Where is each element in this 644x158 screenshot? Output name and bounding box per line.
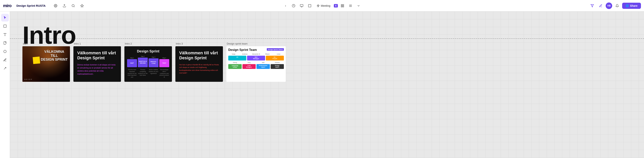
cards-row: start VÄLKOMNATILLDESIGN SPRINT NEXER In… [22, 42, 286, 82]
topbar-center: › Meeting 4 [282, 2, 362, 9]
globe-icon: 🌐 [626, 4, 629, 7]
filter-button[interactable] [589, 2, 596, 9]
card-group-intro2: Intro 2 Design Sprint Day 1 MAP Day 2 SK… [124, 42, 172, 82]
frame-tool[interactable] [1, 22, 9, 30]
svg-marker-3 [80, 4, 84, 7]
card-intro3-title: Välkommen till vårt Design Sprint [179, 51, 219, 61]
sticky-tool[interactable] [1, 39, 9, 47]
sprint-captions: Find the most important moment for the m… [127, 69, 169, 78]
card-label-start: start [22, 42, 70, 45]
meeting-button[interactable]: Meeting [314, 3, 333, 9]
magic-button[interactable] [78, 2, 86, 9]
svg-line-21 [4, 67, 6, 70]
svg-point-20 [4, 50, 6, 53]
settings-button[interactable] [52, 2, 59, 9]
share-button[interactable]: 🌐 Share [622, 3, 641, 9]
team-names-row2: Georg Tony Sofi Victoria [228, 62, 284, 63]
card-intro1-body: Denna veckan kommer vi att skapa och tes… [77, 63, 117, 76]
text-tool[interactable] [1, 31, 9, 38]
meeting-count: 4 [334, 4, 338, 8]
frame-line [10, 38, 644, 39]
meeting-label: Meeting [321, 4, 330, 7]
sprint-day-2: Day 2 SKETCH & DECIDE [138, 56, 148, 67]
card-label-team: Design sprint team [226, 42, 286, 45]
upload-button[interactable] [61, 2, 68, 9]
card-intro1-title: Välkommen till vårt Design Sprint [77, 51, 117, 61]
svg-rect-17 [4, 25, 6, 28]
topbar-left: miro Design Sprint RUSTA [3, 2, 86, 9]
arrow-tool[interactable] [1, 65, 9, 72]
card-group-team: Design sprint team Design Sprint Team De… [226, 42, 286, 82]
svg-rect-10 [341, 5, 342, 5]
card-intro3-body: Hur kan vi göra e-handel till en naturli… [179, 63, 219, 74]
svg-point-1 [72, 5, 74, 7]
screen-share-button[interactable] [298, 2, 305, 9]
board-title: Design Sprint RUSTA [14, 3, 48, 8]
team-badge: Design Sprint Talent [267, 48, 284, 51]
svg-rect-13 [341, 6, 342, 7]
card-label-intro2: Intro 2 [124, 42, 172, 45]
svg-rect-5 [300, 5, 303, 7]
svg-rect-8 [308, 5, 311, 7]
topbar-right: VB 🌐 Share [589, 2, 641, 9]
svg-line-2 [74, 6, 74, 7]
sprint-day-4: Day 4 TEST [159, 57, 169, 67]
card-start-footer: NEXER [24, 79, 32, 80]
sprint-day-1: Day 1 MAP [127, 57, 137, 67]
card-intro3[interactable]: Välkommen till vårt Design Sprint Hur ka… [176, 46, 223, 82]
miro-logo: miro [3, 3, 12, 8]
team-title: Design Sprint Team [228, 48, 257, 52]
sprint-days: Day 1 MAP Day 2 SKETCH & DECIDE Day 3 PR… [127, 56, 169, 67]
team-header: Design Sprint Team Design Sprint Talent [228, 48, 284, 52]
sprint-day-3: Day 3 PROTO-TYPE [148, 56, 158, 67]
select-tool[interactable] [1, 14, 9, 22]
svg-rect-12 [343, 6, 344, 7]
more-button[interactable] [355, 2, 362, 9]
card-intro2[interactable]: Design Sprint Day 1 MAP Day 2 SKETCH & D… [124, 46, 172, 82]
search-button[interactable] [70, 2, 77, 9]
timer-button[interactable] [290, 2, 297, 9]
doc1-button[interactable] [339, 2, 346, 9]
pen-tool-button[interactable] [597, 2, 604, 9]
svg-rect-11 [343, 5, 344, 5]
left-toolbar [0, 12, 10, 158]
card-label-intro3: Intro 3 [176, 42, 223, 45]
card-group-start: start VÄLKOMNATILLDESIGN SPRINT NEXER [22, 42, 70, 82]
card-team[interactable]: Design Sprint Team Design Sprint Talent … [226, 46, 286, 82]
team-roles-row1: UX WellManaged Ok /Projukt [228, 56, 284, 61]
card-start-title: VÄLKOMNATILLDESIGN SPRINT [41, 50, 68, 62]
card-label-intro1: Intro 1 [74, 42, 121, 45]
expand-button[interactable]: › [282, 2, 289, 9]
card-start[interactable]: VÄLKOMNATILLDESIGN SPRINT NEXER [22, 46, 70, 82]
pen-tool[interactable] [1, 56, 9, 64]
team-roles-row2: Lämpningerklate LeadDesigner Productlede… [228, 64, 284, 69]
topbar: miro Design Sprint RUSTA › [0, 0, 644, 12]
avatar[interactable]: VB [606, 3, 612, 9]
doc2-button[interactable] [347, 2, 354, 9]
sticky-on-card [32, 56, 40, 64]
svg-marker-9 [317, 5, 319, 7]
share-label: Share [630, 4, 638, 7]
topbar-icons [52, 2, 86, 9]
card-group-intro1: Intro 1 Välkommen till vårt Design Sprin… [74, 42, 121, 82]
card-group-intro3: Intro 3 Välkommen till vårt Design Sprin… [176, 42, 223, 82]
frame-button[interactable] [306, 2, 313, 9]
card-intro1[interactable]: Välkommen till vårt Design Sprint Denna … [74, 46, 121, 82]
shapes-tool[interactable] [1, 48, 9, 55]
team-names-row1: Vanja Andreas Alexander B Rikard Linus [228, 53, 284, 55]
card-intro2-title: Design Sprint [127, 49, 169, 53]
canvas-area[interactable]: Intro start VÄLKOMNATILLDESIGN SPRINT NE… [10, 12, 644, 158]
bell-button[interactable] [614, 2, 620, 9]
